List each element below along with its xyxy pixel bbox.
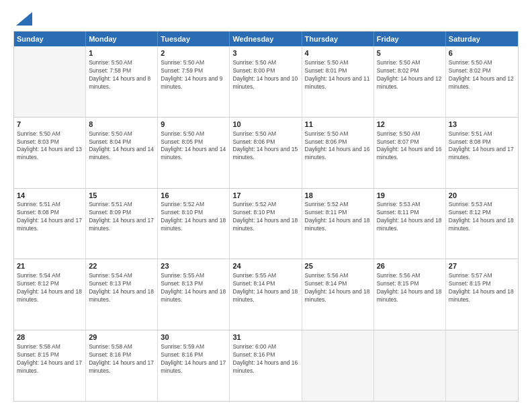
cell-date-number: 19 — [377, 191, 443, 201]
calendar-cell: 1Sunrise: 5:50 AM Sunset: 7:58 PM Daylig… — [86, 46, 158, 117]
cell-sun-info: Sunrise: 5:56 AM Sunset: 8:14 PM Dayligh… — [305, 272, 371, 304]
page: SundayMondayTuesdayWednesdayThursdayFrid… — [0, 0, 532, 411]
calendar-cell — [302, 330, 374, 401]
cell-sun-info: Sunrise: 5:50 AM Sunset: 8:03 PM Dayligh… — [17, 130, 83, 163]
calendar-cell: 25Sunrise: 5:56 AM Sunset: 8:14 PM Dayli… — [302, 259, 374, 330]
cell-sun-info: Sunrise: 5:58 AM Sunset: 8:16 PM Dayligh… — [89, 343, 154, 375]
calendar-row: 28Sunrise: 5:58 AM Sunset: 8:15 PM Dayli… — [14, 330, 518, 401]
cell-sun-info: Sunrise: 5:50 AM Sunset: 8:02 PM Dayligh… — [449, 59, 515, 91]
cell-sun-info: Sunrise: 5:59 AM Sunset: 8:16 PM Dayligh… — [161, 343, 226, 375]
logo-text — [13, 12, 32, 26]
cell-date-number: 17 — [232, 191, 298, 201]
calendar-cell: 13Sunrise: 5:51 AM Sunset: 8:08 PM Dayli… — [446, 118, 518, 188]
calendar-body: 1Sunrise: 5:50 AM Sunset: 7:58 PM Daylig… — [14, 46, 518, 401]
calendar-cell: 6Sunrise: 5:50 AM Sunset: 8:02 PM Daylig… — [446, 46, 518, 117]
cell-sun-info: Sunrise: 5:50 AM Sunset: 8:02 PM Dayligh… — [377, 59, 443, 91]
cell-sun-info: Sunrise: 5:50 AM Sunset: 7:59 PM Dayligh… — [161, 59, 226, 91]
weekday-header: Monday — [86, 32, 158, 46]
cell-date-number: 13 — [449, 120, 515, 130]
weekday-header: Wednesday — [230, 32, 302, 46]
calendar-cell: 20Sunrise: 5:53 AM Sunset: 8:12 PM Dayli… — [446, 189, 518, 259]
cell-sun-info: Sunrise: 5:52 AM Sunset: 8:11 PM Dayligh… — [305, 201, 371, 233]
calendar-cell: 24Sunrise: 5:55 AM Sunset: 8:14 PM Dayli… — [230, 259, 302, 330]
cell-sun-info: Sunrise: 5:51 AM Sunset: 8:08 PM Dayligh… — [17, 201, 83, 233]
cell-sun-info: Sunrise: 5:50 AM Sunset: 7:58 PM Dayligh… — [89, 59, 154, 91]
calendar-cell: 27Sunrise: 5:57 AM Sunset: 8:15 PM Dayli… — [446, 259, 518, 330]
cell-sun-info: Sunrise: 5:53 AM Sunset: 8:12 PM Dayligh… — [449, 201, 515, 233]
cell-date-number: 14 — [17, 191, 83, 201]
calendar-row: 14Sunrise: 5:51 AM Sunset: 8:08 PM Dayli… — [14, 188, 518, 259]
calendar-cell: 14Sunrise: 5:51 AM Sunset: 8:08 PM Dayli… — [14, 189, 86, 259]
calendar-cell — [14, 46, 86, 117]
calendar-cell: 9Sunrise: 5:50 AM Sunset: 8:05 PM Daylig… — [158, 118, 230, 188]
cell-date-number: 10 — [232, 120, 298, 130]
calendar-cell: 8Sunrise: 5:50 AM Sunset: 8:04 PM Daylig… — [86, 118, 158, 188]
cell-sun-info: Sunrise: 5:52 AM Sunset: 8:10 PM Dayligh… — [232, 201, 298, 233]
calendar-cell: 23Sunrise: 5:55 AM Sunset: 8:13 PM Dayli… — [158, 259, 230, 330]
calendar-cell: 11Sunrise: 5:50 AM Sunset: 8:06 PM Dayli… — [302, 118, 374, 188]
cell-date-number: 31 — [232, 332, 298, 342]
cell-date-number: 7 — [17, 120, 83, 130]
calendar-cell: 16Sunrise: 5:52 AM Sunset: 8:10 PM Dayli… — [158, 189, 230, 259]
calendar-cell: 2Sunrise: 5:50 AM Sunset: 7:59 PM Daylig… — [158, 46, 230, 117]
weekday-header: Tuesday — [158, 32, 230, 46]
calendar-cell: 28Sunrise: 5:58 AM Sunset: 8:15 PM Dayli… — [14, 330, 86, 401]
logo — [13, 12, 32, 26]
cell-date-number: 21 — [17, 261, 83, 271]
logo-icon — [16, 12, 32, 26]
cell-date-number: 8 — [89, 120, 154, 130]
calendar-row: 1Sunrise: 5:50 AM Sunset: 7:58 PM Daylig… — [14, 46, 518, 117]
cell-date-number: 5 — [377, 48, 443, 58]
cell-sun-info: Sunrise: 5:52 AM Sunset: 8:10 PM Dayligh… — [161, 201, 226, 233]
cell-sun-info: Sunrise: 5:50 AM Sunset: 8:04 PM Dayligh… — [89, 130, 154, 163]
calendar-cell: 21Sunrise: 5:54 AM Sunset: 8:12 PM Dayli… — [14, 259, 86, 330]
cell-sun-info: Sunrise: 5:50 AM Sunset: 8:05 PM Dayligh… — [161, 130, 226, 163]
cell-date-number: 20 — [449, 191, 515, 201]
calendar-cell: 12Sunrise: 5:50 AM Sunset: 8:07 PM Dayli… — [374, 118, 446, 188]
cell-date-number: 27 — [449, 261, 515, 271]
cell-date-number: 25 — [305, 261, 371, 271]
svg-marker-0 — [16, 12, 32, 26]
calendar: SundayMondayTuesdayWednesdayThursdayFrid… — [13, 31, 519, 402]
calendar-cell — [446, 330, 518, 401]
cell-sun-info: Sunrise: 5:50 AM Sunset: 8:07 PM Dayligh… — [377, 130, 443, 163]
cell-sun-info: Sunrise: 5:54 AM Sunset: 8:12 PM Dayligh… — [17, 272, 83, 304]
calendar-cell: 17Sunrise: 5:52 AM Sunset: 8:10 PM Dayli… — [230, 189, 302, 259]
calendar-cell: 22Sunrise: 5:54 AM Sunset: 8:13 PM Dayli… — [86, 259, 158, 330]
calendar-row: 21Sunrise: 5:54 AM Sunset: 8:12 PM Dayli… — [14, 259, 518, 330]
cell-date-number: 12 — [377, 120, 443, 130]
calendar-cell: 26Sunrise: 5:56 AM Sunset: 8:15 PM Dayli… — [374, 259, 446, 330]
calendar-cell: 31Sunrise: 6:00 AM Sunset: 8:16 PM Dayli… — [230, 330, 302, 401]
cell-date-number: 1 — [89, 48, 154, 58]
cell-date-number: 23 — [161, 261, 226, 271]
cell-date-number: 28 — [17, 332, 83, 342]
cell-date-number: 4 — [305, 48, 371, 58]
cell-sun-info: Sunrise: 6:00 AM Sunset: 8:16 PM Dayligh… — [232, 343, 298, 375]
cell-sun-info: Sunrise: 5:50 AM Sunset: 8:06 PM Dayligh… — [305, 130, 371, 163]
cell-date-number: 6 — [449, 48, 515, 58]
cell-date-number: 3 — [232, 48, 298, 58]
cell-sun-info: Sunrise: 5:55 AM Sunset: 8:14 PM Dayligh… — [232, 272, 298, 304]
calendar-cell: 30Sunrise: 5:59 AM Sunset: 8:16 PM Dayli… — [158, 330, 230, 401]
cell-date-number: 22 — [89, 261, 154, 271]
cell-date-number: 30 — [161, 332, 226, 342]
calendar-cell: 4Sunrise: 5:50 AM Sunset: 8:01 PM Daylig… — [302, 46, 374, 117]
calendar-cell: 7Sunrise: 5:50 AM Sunset: 8:03 PM Daylig… — [14, 118, 86, 188]
cell-sun-info: Sunrise: 5:55 AM Sunset: 8:13 PM Dayligh… — [161, 272, 226, 304]
calendar-cell: 3Sunrise: 5:50 AM Sunset: 8:00 PM Daylig… — [230, 46, 302, 117]
header — [13, 12, 519, 26]
weekday-header: Thursday — [302, 32, 374, 46]
cell-date-number: 2 — [161, 48, 226, 58]
calendar-cell: 5Sunrise: 5:50 AM Sunset: 8:02 PM Daylig… — [374, 46, 446, 117]
weekday-header: Sunday — [14, 32, 86, 46]
cell-sun-info: Sunrise: 5:56 AM Sunset: 8:15 PM Dayligh… — [377, 272, 443, 304]
calendar-cell: 15Sunrise: 5:51 AM Sunset: 8:09 PM Dayli… — [86, 189, 158, 259]
cell-sun-info: Sunrise: 5:50 AM Sunset: 8:00 PM Dayligh… — [232, 59, 298, 91]
calendar-cell — [374, 330, 446, 401]
cell-date-number: 18 — [305, 191, 371, 201]
weekday-header: Saturday — [446, 32, 518, 46]
cell-date-number: 24 — [232, 261, 298, 271]
cell-sun-info: Sunrise: 5:54 AM Sunset: 8:13 PM Dayligh… — [89, 272, 154, 304]
cell-sun-info: Sunrise: 5:53 AM Sunset: 8:11 PM Dayligh… — [377, 201, 443, 233]
cell-sun-info: Sunrise: 5:51 AM Sunset: 8:09 PM Dayligh… — [89, 201, 154, 233]
